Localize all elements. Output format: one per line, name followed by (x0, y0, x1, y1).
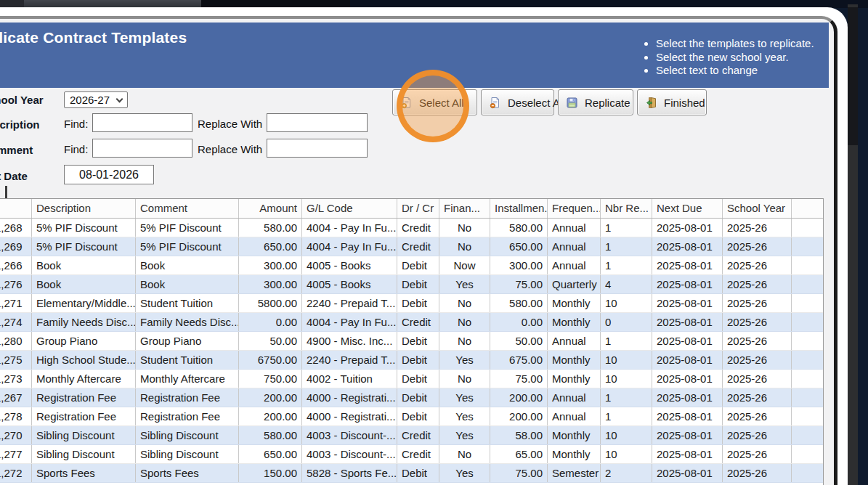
cell: 5% PIF Discount (136, 219, 239, 237)
table-row[interactable]: 1,273Monthly AftercareMonthly Aftercare7… (0, 370, 823, 388)
column-header[interactable]: Installmen... (490, 199, 548, 218)
table-row[interactable]: 1,271Elementary/Middle...Student Tuition… (0, 294, 823, 313)
column-header[interactable] (792, 199, 823, 218)
cell: 10 (601, 426, 652, 444)
description-find-input[interactable] (92, 113, 192, 132)
scrollbar-thumb[interactable] (848, 7, 858, 145)
cell: No (439, 294, 490, 312)
cell: 2025-08-01 (652, 275, 723, 293)
table-row[interactable]: 1,272Sports FeesSports Fees150.005828 - … (0, 464, 823, 483)
table-row[interactable]: 1,274Family Needs Disc...Family Needs Di… (0, 313, 823, 332)
table-row[interactable]: 1,266BookBook300.004005 - BooksDebitNow3… (0, 256, 823, 275)
cell: Debit (397, 464, 439, 482)
cell: 2025-26 (723, 237, 792, 256)
column-header[interactable]: Description (32, 199, 136, 218)
table-row[interactable]: 1,276BookBook300.004005 - BooksDebitYes7… (0, 275, 823, 294)
cell: Monthly (548, 351, 601, 369)
replicate-button[interactable]: Replicate (558, 89, 633, 115)
cell: 50.00 (490, 332, 548, 350)
table-row[interactable]: 1,277Sibling DiscountSibling Discount650… (0, 445, 823, 464)
template-id: 1,271 (0, 294, 23, 312)
cell (792, 464, 823, 482)
cell: Debit (397, 370, 439, 388)
cell: Debit (397, 294, 439, 312)
cell: 0 (601, 313, 652, 331)
cell: Yes (439, 426, 490, 444)
cell: Annual (548, 407, 601, 425)
cell: 2025-26 (723, 313, 792, 331)
cell: 200.00 (490, 407, 548, 425)
cell: 1,277 (0, 445, 32, 463)
template-id: 1,273 (0, 370, 23, 388)
contract-templates-table: DescriptionCommentAmountG/L CodeDr / CrF… (0, 198, 824, 485)
cell: 2240 - Prepaid T... (302, 351, 397, 369)
column-header[interactable]: Next Due (652, 199, 723, 218)
cell: Annual (548, 237, 601, 256)
cell: 2025-26 (723, 407, 792, 425)
window-sheet: Replicate Contract Templates Select the … (0, 7, 848, 485)
table-row[interactable]: 1,270Sibling DiscountSibling Discount580… (0, 426, 823, 445)
column-header[interactable]: Amount (239, 199, 302, 218)
cell (792, 426, 823, 444)
cell: 4003 - Discount-... (302, 426, 397, 444)
select-all-button[interactable]: Select All (392, 89, 477, 115)
cell: 65.00 (490, 445, 548, 463)
cell: 2025-26 (723, 351, 792, 369)
cell: Semester (548, 464, 601, 482)
comment-find-input[interactable] (92, 139, 192, 158)
table-row[interactable]: 1,278Registration FeeRegistration Fee200… (0, 407, 823, 426)
cell (792, 388, 823, 407)
school-year-dropdown[interactable]: 2026-27 (64, 91, 128, 108)
column-header[interactable]: G/L Code (302, 199, 397, 218)
cell: 5% PIF Discount (136, 237, 239, 256)
table-row[interactable]: 1,267Registration FeeRegistration Fee200… (0, 388, 823, 407)
cell: Credit (397, 313, 439, 331)
cell: 2025-26 (723, 426, 792, 444)
cell: 2025-26 (723, 219, 792, 237)
finished-button[interactable]: Finished (637, 89, 707, 115)
cell (792, 445, 823, 463)
cell: Monthly (548, 445, 601, 463)
table-row[interactable]: 1,2695% PIF Discount5% PIF Discount650.0… (0, 237, 823, 256)
table-row[interactable]: 1,2685% PIF Discount5% PIF Discount580.0… (0, 219, 823, 237)
table-row[interactable]: 1,280Group PianoGroup Piano50.004900 - M… (0, 332, 823, 351)
school-year-label: School Year (0, 94, 44, 106)
cell: Sibling Discount (32, 445, 136, 463)
cell: 675.00 (490, 351, 548, 369)
deselect-all-label: Deselect All (508, 97, 564, 109)
table-row[interactable]: 1,275High School Stude...Student Tuition… (0, 351, 823, 370)
cell: Sibling Discount (136, 426, 239, 444)
cell: 4005 - Books (302, 256, 397, 274)
start-date-input[interactable]: 08-01-2026 (64, 165, 154, 184)
template-id: 1,269 (0, 237, 23, 256)
deselect-all-button[interactable]: Deselect All (481, 89, 554, 115)
cell: 4000 - Registrati... (302, 388, 397, 407)
description-replace-input[interactable] (267, 113, 368, 132)
page-scrollbar[interactable] (848, 4, 858, 485)
cell: Debit (397, 407, 439, 425)
description-replace-label: Replace With (198, 118, 262, 130)
column-header[interactable]: School Year (723, 199, 792, 218)
cell: 2025-26 (723, 445, 792, 463)
cell: 1 (601, 388, 652, 407)
column-header[interactable]: Nbr Re... (601, 199, 652, 218)
instruction-list: Select the templates to replicate. Selec… (644, 37, 814, 78)
cell: 0.00 (490, 313, 548, 331)
template-id: 1,278 (0, 407, 23, 425)
column-header[interactable]: Finan... (439, 199, 490, 218)
cell: 1 (601, 256, 652, 274)
comment-find-label: Find: (64, 143, 88, 155)
comment-replace-label: Replace With (198, 143, 262, 155)
cell: 2025-08-01 (652, 313, 723, 331)
cell: 1,272 (0, 464, 32, 482)
column-header[interactable]: Comment (136, 199, 239, 218)
cell: No (439, 237, 490, 256)
page-plus-icon (400, 97, 413, 109)
cell: 5828 - Sports Fe... (302, 464, 397, 482)
column-header[interactable]: Dr / Cr (397, 199, 439, 218)
comment-replace-input[interactable] (267, 139, 368, 158)
column-header[interactable]: Frequen... (548, 199, 601, 218)
cell: 1,276 (0, 275, 32, 293)
cell: Credit (397, 237, 439, 256)
column-header[interactable] (0, 199, 32, 218)
